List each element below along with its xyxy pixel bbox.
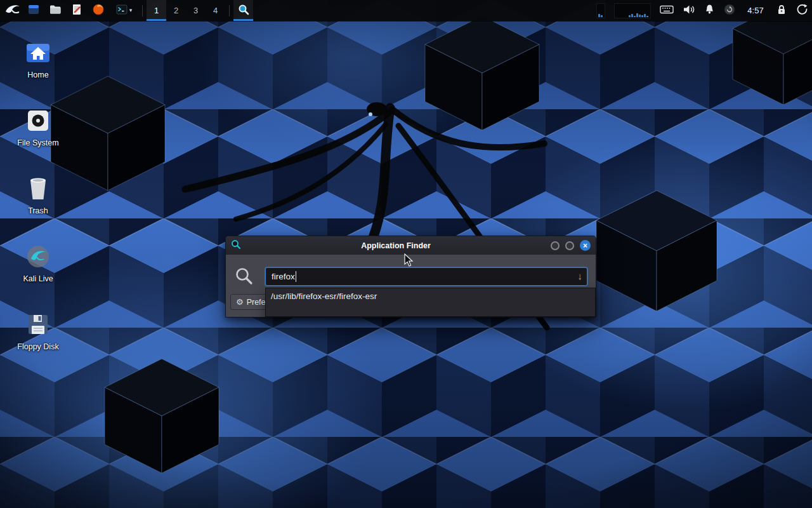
search-input-value: firefox bbox=[272, 272, 295, 281]
close-button[interactable]: × bbox=[580, 240, 591, 251]
session-logout-icon[interactable] bbox=[796, 3, 808, 18]
search-input[interactable]: firefox ↓ bbox=[265, 267, 587, 286]
kali-logo-icon bbox=[4, 3, 21, 19]
kali-menu-button[interactable] bbox=[3, 0, 23, 21]
desktop-icon-home[interactable]: Home bbox=[8, 37, 69, 79]
firefox-icon bbox=[92, 3, 105, 18]
search-icon bbox=[235, 267, 254, 288]
desktop-icon-label: Kali Live bbox=[23, 274, 53, 283]
completion-item[interactable]: /usr/lib/firefox-esr/firefox-esr bbox=[266, 288, 595, 304]
terminal-icon bbox=[115, 3, 128, 18]
clock[interactable]: 4:57 bbox=[744, 6, 767, 15]
desktop-icon-label: Trash bbox=[28, 206, 48, 215]
volume-icon[interactable] bbox=[683, 4, 695, 17]
floppy-disk-icon bbox=[25, 309, 51, 340]
minimize-button[interactable] bbox=[551, 241, 560, 250]
desktop-icon-trash[interactable]: Trash bbox=[8, 173, 69, 215]
desktop-icon-kali-live[interactable]: Kali Live bbox=[8, 241, 69, 283]
window-title: Application Finder bbox=[245, 241, 547, 250]
launcher-text-editor[interactable] bbox=[66, 0, 88, 21]
desktop-icon-label: Floppy Disk bbox=[17, 342, 58, 351]
status-tray-circle-icon[interactable] bbox=[724, 4, 735, 18]
lock-icon[interactable] bbox=[776, 4, 787, 18]
workspace-4[interactable]: 4 bbox=[206, 0, 225, 21]
launcher-dropdown-chevron-icon[interactable]: ▾ bbox=[129, 8, 133, 13]
file-system-icon bbox=[25, 105, 51, 137]
workspace-switcher: 1 2 3 4 bbox=[147, 0, 225, 21]
completion-popup: /usr/lib/firefox-esr/firefox-esr bbox=[265, 288, 596, 317]
window-icon bbox=[27, 3, 40, 18]
gear-icon: ⚙ bbox=[236, 298, 244, 306]
trash-icon bbox=[27, 173, 49, 204]
system-monitor-small[interactable] bbox=[596, 3, 605, 18]
dropdown-arrow-icon[interactable]: ↓ bbox=[578, 271, 583, 281]
kali-live-icon bbox=[25, 241, 51, 272]
launcher-terminal[interactable]: ▾ bbox=[109, 0, 138, 21]
desktop-icon-label: File System bbox=[17, 138, 58, 147]
launcher-file-manager[interactable] bbox=[44, 0, 66, 21]
app-finder-icon bbox=[238, 4, 249, 18]
desktop-icon-floppy-disk[interactable]: Floppy Disk bbox=[8, 309, 69, 351]
notifications-bell-icon[interactable] bbox=[704, 4, 715, 17]
home-icon bbox=[24, 37, 52, 69]
maximize-button[interactable] bbox=[565, 241, 574, 250]
keyboard-layout-icon[interactable] bbox=[660, 4, 674, 17]
system-monitor-graph[interactable] bbox=[614, 3, 651, 18]
launcher-firefox[interactable] bbox=[88, 0, 109, 21]
finder-window-icon bbox=[231, 239, 241, 252]
workspace-3[interactable]: 3 bbox=[186, 0, 206, 21]
panel-separator bbox=[229, 5, 230, 17]
application-finder-window: Application Finder × firefox ↓ ⚙ bbox=[225, 236, 596, 318]
desktop-icon-file-system[interactable]: File System bbox=[8, 105, 69, 147]
taskbar-application-finder[interactable] bbox=[233, 0, 253, 21]
launcher-window[interactable] bbox=[23, 0, 44, 21]
mouse-cursor bbox=[404, 253, 414, 270]
workspace-2[interactable]: 2 bbox=[166, 0, 186, 21]
desktop-icon-label: Home bbox=[27, 70, 48, 79]
top-panel: ▾ 1 2 3 4 bbox=[0, 0, 812, 21]
text-caret bbox=[296, 271, 297, 282]
screen: ▾ 1 2 3 4 bbox=[0, 0, 812, 508]
titlebar[interactable]: Application Finder × bbox=[226, 236, 596, 255]
folder-icon bbox=[49, 3, 62, 18]
panel-separator bbox=[142, 5, 143, 17]
text-editor-icon bbox=[70, 3, 83, 18]
workspace-1[interactable]: 1 bbox=[147, 0, 166, 21]
